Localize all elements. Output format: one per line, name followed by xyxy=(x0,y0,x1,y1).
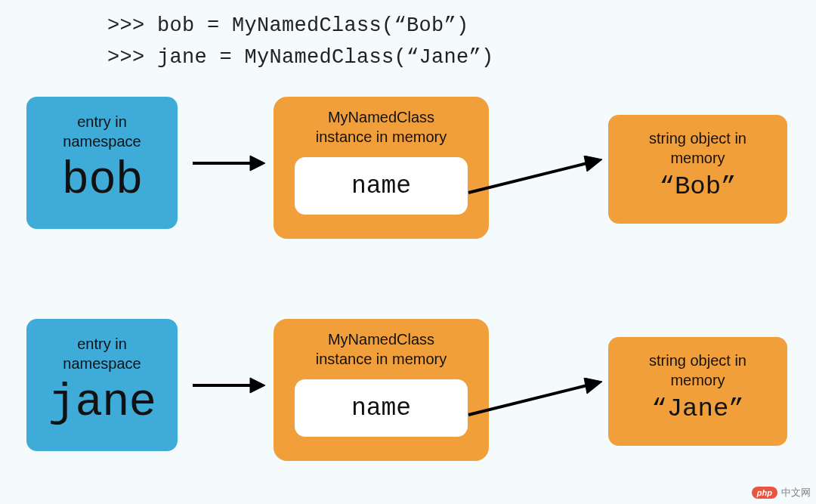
arrow-icon xyxy=(191,376,265,394)
namespace-variable: bob xyxy=(62,154,143,206)
label-line: instance in memory xyxy=(316,351,447,367)
namespace-entry-box: entry in namespace jane xyxy=(26,319,178,451)
instance-attribute-box: name xyxy=(295,157,468,215)
svg-marker-3 xyxy=(584,156,602,172)
label-line: memory xyxy=(670,372,725,388)
instance-box: MyNamedClass instance in memory name xyxy=(274,97,489,239)
arrow-icon xyxy=(466,378,602,419)
label-line: MyNamedClass xyxy=(328,109,434,125)
label-line: namespace xyxy=(63,355,141,372)
string-value: “Jane” xyxy=(651,394,743,423)
string-label: string object in memory xyxy=(649,351,746,390)
code-example: >>> bob = MyNamedClass(“Bob”) >>> jane =… xyxy=(107,11,494,74)
instance-attribute: name xyxy=(351,172,411,200)
string-object-box: string object in memory “Bob” xyxy=(608,115,787,224)
namespace-variable: jane xyxy=(48,376,156,428)
namespace-entry-box: entry in namespace bob xyxy=(26,97,178,229)
instance-label: MyNamedClass instance in memory xyxy=(316,107,447,147)
string-value: “Bob” xyxy=(659,172,736,201)
watermark-text: 中文网 xyxy=(781,486,811,499)
code-line-1: >>> bob = MyNamedClass(“Bob”) xyxy=(107,11,494,42)
label-line: instance in memory xyxy=(316,128,447,145)
instance-box: MyNamedClass instance in memory name xyxy=(274,319,489,461)
label-line: MyNamedClass xyxy=(328,331,434,348)
label-line: entry in xyxy=(77,113,127,130)
label-line: string object in xyxy=(649,352,746,369)
arrow-icon xyxy=(191,154,265,172)
string-label: string object in memory xyxy=(649,128,746,168)
svg-line-6 xyxy=(468,385,587,415)
watermark: php 中文网 xyxy=(752,486,811,499)
instance-attribute: name xyxy=(351,394,411,422)
label-line: entry in xyxy=(77,335,127,352)
svg-marker-7 xyxy=(584,378,602,394)
arrow-icon xyxy=(466,156,602,197)
namespace-label: entry in namespace xyxy=(63,334,141,373)
watermark-pill: php xyxy=(752,487,777,499)
code-line-2: >>> jane = MyNamedClass(“Jane”) xyxy=(107,42,494,74)
svg-marker-1 xyxy=(250,156,265,171)
namespace-label: entry in namespace xyxy=(63,112,141,151)
label-line: namespace xyxy=(63,133,141,150)
instance-attribute-box: name xyxy=(295,379,468,437)
instance-label: MyNamedClass instance in memory xyxy=(316,329,447,369)
string-object-box: string object in memory “Jane” xyxy=(608,337,787,446)
label-line: string object in xyxy=(649,130,746,147)
label-line: memory xyxy=(670,150,725,166)
svg-line-2 xyxy=(468,163,587,193)
svg-marker-5 xyxy=(250,378,265,393)
